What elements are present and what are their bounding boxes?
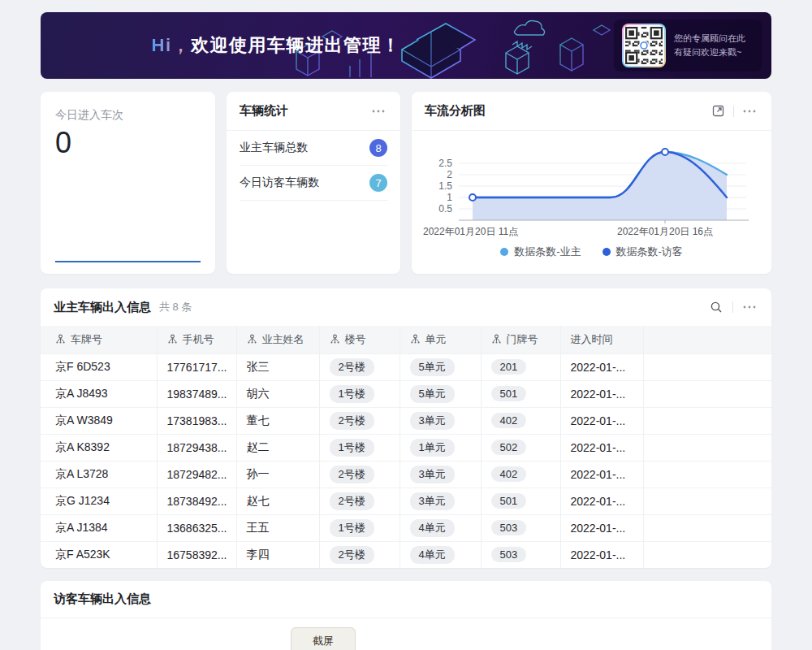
svg-text:1.5: 1.5 <box>438 180 452 192</box>
table-cell[interactable]: 3单元 <box>400 488 481 514</box>
more-ellipsis-icon[interactable] <box>741 298 758 316</box>
table-row[interactable]: 京F 6D52317761717...张三2号楼5单元2012022-01-..… <box>41 353 771 380</box>
table-cell[interactable]: 京A W3849 <box>41 407 157 434</box>
divider <box>732 301 733 313</box>
table-cell[interactable]: 503 <box>481 514 560 541</box>
column-header[interactable]: 单元 <box>400 326 481 353</box>
more-ellipsis-icon[interactable] <box>741 102 758 120</box>
table-cell[interactable]: 2022-01-... <box>560 541 643 568</box>
table-cell[interactable]: 3单元 <box>400 407 481 434</box>
table-cell[interactable]: 5单元 <box>400 353 481 380</box>
card-title: 车辆统计 <box>240 103 288 119</box>
table-cell[interactable]: 2022-01-... <box>560 514 643 541</box>
table-cell[interactable]: 京F 6D523 <box>41 353 157 380</box>
table-cell[interactable]: 503 <box>481 541 560 568</box>
table-cell[interactable]: 501 <box>481 488 560 514</box>
table-cell[interactable]: 赵七 <box>236 488 319 514</box>
svg-text:2022年01月20日 16点: 2022年01月20日 16点 <box>617 226 713 237</box>
qr-code[interactable] <box>624 25 664 66</box>
table-cell[interactable]: 18738492... <box>157 488 236 514</box>
table-row[interactable]: 京A K839218729438...赵二1号楼1单元5022022-01-..… <box>41 434 771 461</box>
stat-value: 0 <box>55 126 201 160</box>
table-cell[interactable]: 京F A523K <box>41 541 157 568</box>
tag-pill: 2号楼 <box>330 358 374 376</box>
table-cell[interactable]: 董七 <box>236 407 319 434</box>
table-cell[interactable]: 2022-01-... <box>560 380 643 407</box>
greeting-text: 欢迎使用车辆进出管理！ <box>191 33 401 58</box>
legend-item[interactable]: 数据条数-访客 <box>603 245 683 259</box>
table-cell[interactable]: 18729438... <box>157 434 236 461</box>
search-icon[interactable] <box>707 298 725 316</box>
table-cell[interactable]: 1号楼 <box>319 380 400 407</box>
table-cell[interactable]: 京A J8493 <box>41 380 157 407</box>
tag-pill: 2号楼 <box>330 412 374 430</box>
table-cell[interactable]: 501 <box>481 380 560 407</box>
table-cell[interactable]: 5单元 <box>400 380 481 407</box>
column-header[interactable]: 业主姓名 <box>236 326 319 353</box>
table-cell[interactable]: 京G J1234 <box>41 488 157 514</box>
table-cell[interactable]: 2号楼 <box>319 461 400 488</box>
table-cell[interactable]: 京A K8392 <box>41 434 157 461</box>
table-row[interactable]: 京A W384917381983...董七2号楼3单元4022022-01-..… <box>41 407 771 434</box>
table-row[interactable]: 京A L372818729482...孙一2号楼3单元4022022-01-..… <box>41 461 771 488</box>
table-cell[interactable]: 王五 <box>236 514 319 541</box>
table-cell[interactable]: 2022-01-... <box>560 434 643 461</box>
table-cell[interactable]: 2号楼 <box>319 407 400 434</box>
table-cell[interactable]: 2号楼 <box>319 541 400 568</box>
table-cell[interactable]: 402 <box>481 461 560 488</box>
column-label: 门牌号 <box>507 332 538 347</box>
table-cell[interactable]: 17381983... <box>157 407 236 434</box>
table-cell[interactable]: 1单元 <box>400 434 481 461</box>
table-cell[interactable]: 4单元 <box>400 514 481 541</box>
table-cell[interactable]: 李四 <box>236 541 319 568</box>
column-header[interactable]: 门牌号 <box>481 326 560 353</box>
table-cell[interactable]: 胡六 <box>236 380 319 407</box>
legend-dot-icon <box>500 248 508 256</box>
chart-plot-area[interactable]: 0.511.522.52022年01月20日 11点2022年01月20日 16… <box>412 131 771 243</box>
table-cell[interactable]: 502 <box>481 434 560 461</box>
table-cell[interactable]: 1号楼 <box>319 514 400 541</box>
table-cell[interactable]: 13686325... <box>157 514 236 541</box>
table-cell[interactable]: 2022-01-... <box>560 407 643 434</box>
table-cell[interactable]: 京A L3728 <box>41 461 157 488</box>
legend-item[interactable]: 数据条数-业主 <box>500 245 581 259</box>
table-cell[interactable]: 4单元 <box>400 541 481 568</box>
tag-pill: 1单元 <box>410 439 455 457</box>
table-row[interactable]: 京A J849319837489...胡六1号楼5单元5012022-01-..… <box>41 380 771 407</box>
tag-pill: 1号楼 <box>330 439 374 457</box>
table-cell[interactable]: 1号楼 <box>319 434 400 461</box>
relation-field-icon <box>55 334 66 344</box>
expand-icon[interactable] <box>709 102 727 120</box>
table-cell[interactable]: 孙一 <box>236 461 319 488</box>
table-row[interactable]: 京F A523K16758392...李四2号楼4单元5032022-01-..… <box>41 541 771 568</box>
column-header[interactable]: 进入时间 <box>560 326 643 353</box>
column-label: 单元 <box>425 332 447 347</box>
more-ellipsis-icon[interactable] <box>369 102 387 120</box>
table-cell[interactable]: 16758392... <box>157 541 236 568</box>
table-cell[interactable]: 2号楼 <box>319 353 400 380</box>
table-cell[interactable]: 18729482... <box>157 461 236 488</box>
table-cell[interactable]: 17761717... <box>157 353 236 380</box>
table-row[interactable]: 京G J123418738492...赵七2号楼3单元5012022-01-..… <box>41 488 771 514</box>
column-header[interactable]: 楼号 <box>319 326 400 353</box>
table-cell[interactable]: 2022-01-... <box>560 488 643 514</box>
table-cell[interactable]: 赵二 <box>236 434 319 461</box>
column-header[interactable]: 车牌号 <box>41 326 157 353</box>
table-row[interactable]: 京A J138413686325...王五1号楼4单元5032022-01-..… <box>41 514 771 541</box>
owner-total-row[interactable]: 业主车辆总数 8 <box>240 131 387 166</box>
cutoff-button[interactable]: 截屏 <box>291 627 356 650</box>
table-cell[interactable]: 2号楼 <box>319 488 400 514</box>
table-cell[interactable]: 京A J1384 <box>41 514 157 541</box>
column-label: 车牌号 <box>71 332 102 347</box>
table-cell[interactable]: 201 <box>481 353 560 380</box>
column-header[interactable]: 手机号 <box>157 326 236 353</box>
owner-table-header: 业主车辆出入信息 共 8 条 <box>41 288 771 326</box>
table-cell[interactable]: 3单元 <box>400 461 481 488</box>
table-cell[interactable]: 张三 <box>236 353 319 380</box>
visitor-today-row[interactable]: 今日访客车辆数 7 <box>240 166 387 201</box>
table-cell[interactable]: 19837489... <box>157 380 236 407</box>
svg-text:2022年01月20日 11点: 2022年01月20日 11点 <box>423 226 518 237</box>
table-cell[interactable]: 402 <box>481 407 560 434</box>
table-cell[interactable]: 2022-01-... <box>560 353 643 380</box>
table-cell[interactable]: 2022-01-... <box>560 461 643 488</box>
